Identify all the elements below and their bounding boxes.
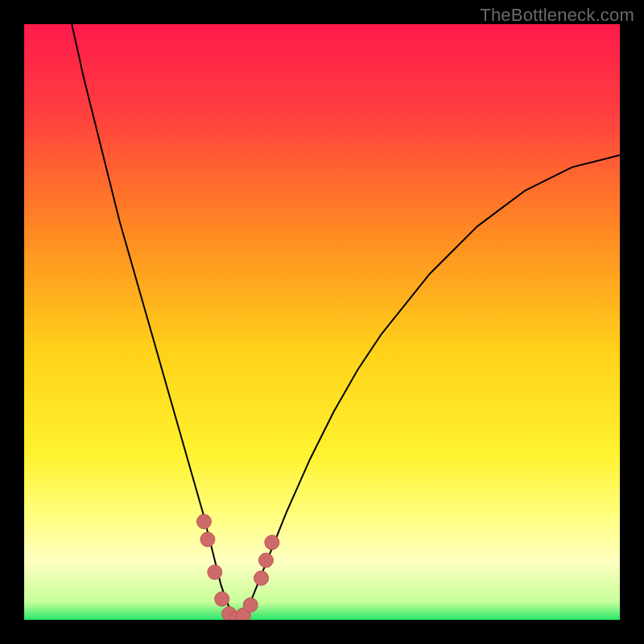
threshold-dot — [200, 532, 215, 547]
threshold-dot — [243, 598, 258, 613]
threshold-dot — [265, 535, 279, 550]
chart-svg — [24, 24, 620, 620]
outer-frame: TheBottleneck.com — [0, 0, 644, 644]
gradient-background — [24, 24, 620, 620]
threshold-dot — [215, 592, 229, 606]
threshold-dot — [258, 553, 273, 568]
plot-area — [24, 24, 620, 620]
threshold-dot — [254, 571, 269, 585]
watermark-text: TheBottleneck.com — [480, 5, 634, 26]
threshold-dot — [208, 565, 222, 580]
threshold-dot — [196, 514, 211, 529]
